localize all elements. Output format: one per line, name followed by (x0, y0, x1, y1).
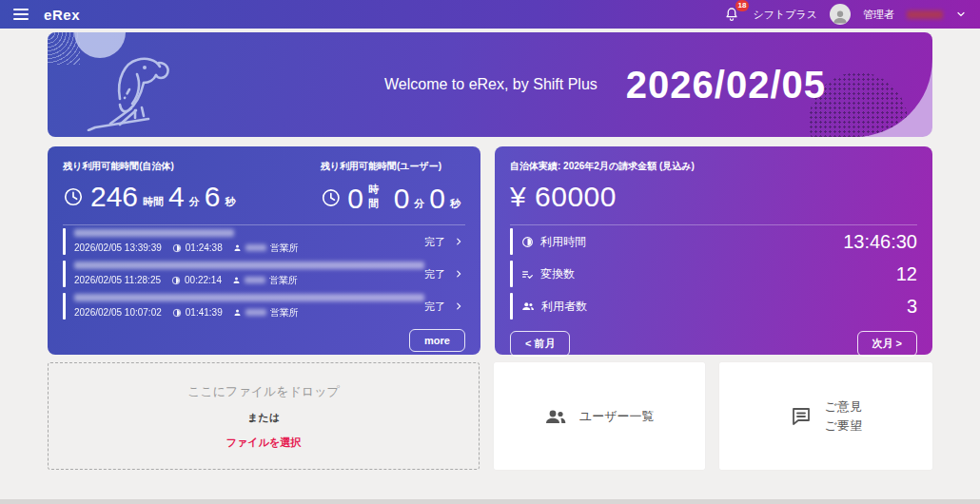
chevron-right-icon (454, 237, 463, 246)
person-icon (233, 243, 242, 252)
file-title-redacted (74, 262, 424, 269)
municipality-time-label: 残り利用可能時間(自治体) (63, 160, 321, 173)
user-role: 管理者 (863, 8, 894, 22)
row-accent-bar (510, 293, 513, 320)
item-timestamp: 2026/02/05 13:39:39 (74, 242, 162, 253)
row-value: 3 (907, 296, 917, 318)
user-name-redacted (907, 10, 943, 19)
user-time-label: 残り利用可能時間(ユーザー) (321, 160, 465, 173)
item-user-redacted (245, 244, 266, 251)
item-timestamp: 2026/02/05 10:07:02 (74, 307, 162, 318)
duration-icon (172, 243, 182, 253)
clock-icon (63, 186, 84, 207)
user-hours: 0 (347, 184, 363, 213)
more-button[interactable]: more (409, 329, 465, 352)
item-duration: 01:41:39 (186, 307, 223, 318)
feedback-icon (790, 405, 813, 428)
municipality-hours: 246 (90, 183, 138, 211)
minutes-unit: 分 (414, 197, 424, 211)
item-timestamp: 2026/02/05 11:28:25 (74, 275, 161, 285)
billing-row-usage-time: 利用時間 13:46:30 (510, 225, 917, 258)
item-user-redacted (245, 309, 266, 316)
item-duration: 00:22:14 (185, 275, 222, 285)
item-office: 営業所 (270, 242, 299, 255)
hours-unit: 時間 (368, 183, 389, 211)
status-label: 完了 (424, 300, 445, 314)
billing-row-users: 利用者数 3 (510, 290, 917, 322)
clock-icon (321, 187, 342, 208)
file-dropzone[interactable]: ここにファイルをドロップ または ファイルを選択 (48, 362, 480, 470)
user-seconds: 0 (429, 184, 445, 213)
remaining-time-card: 残り利用可能時間(自治体) 246 時間 4 分 6 秒 残り利用可能時間 (48, 146, 480, 355)
item-duration: 01:24:38 (186, 242, 223, 253)
seconds-unit: 秒 (450, 197, 461, 211)
item-accent-bar (63, 261, 66, 287)
row-label: 変換数 (540, 266, 575, 282)
item-status[interactable]: 完了 (424, 267, 463, 281)
item-user-redacted (245, 277, 265, 283)
clock-icon (521, 236, 534, 248)
item-status[interactable]: 完了 (424, 300, 463, 314)
item-office: 営業所 (270, 306, 299, 320)
chevron-down-icon[interactable] (955, 9, 967, 20)
dropzone-or-label: または (247, 411, 280, 425)
user-list-shortcut[interactable]: ユーザー一覧 (494, 362, 705, 470)
minutes-unit: 分 (189, 195, 200, 209)
select-file-link[interactable]: ファイルを選択 (226, 436, 301, 450)
prev-month-button[interactable]: < 前月 (510, 331, 570, 357)
user-list-label: ユーザー一覧 (579, 408, 655, 425)
rule-check-icon (521, 268, 534, 281)
row-accent-bar (510, 261, 513, 287)
row-value: 13:46:30 (843, 231, 917, 253)
item-status[interactable]: 完了 (424, 235, 463, 249)
billing-amount: ¥ 60000 (510, 181, 917, 213)
dropzone-title: ここにファイルをドロップ (187, 383, 340, 400)
current-date: 2026/02/05 (626, 64, 826, 107)
file-title-redacted (74, 229, 234, 237)
billing-title: 自治体実績: 2026年2月の請求金額 (見込み) (510, 160, 917, 173)
parrot-icon (82, 49, 181, 131)
welcome-banner: Welcome to eRex, by Shift Plus 2026/02/0… (48, 32, 932, 137)
hamburger-menu-icon[interactable] (13, 9, 29, 20)
status-label: 完了 (424, 235, 445, 249)
feedback-shortcut[interactable]: ご意見 ご要望 (719, 362, 933, 470)
status-label: 完了 (424, 267, 445, 281)
chevron-right-icon (454, 301, 463, 311)
row-label: 利用時間 (540, 234, 586, 250)
notifications-button[interactable]: 18 (723, 6, 740, 23)
person-icon (232, 276, 241, 284)
conversion-list-item[interactable]: 2026/02/05 13:39:39 01:24:38 営業所 完了 (63, 225, 465, 258)
welcome-message: Welcome to eRex, by Shift Plus (384, 76, 598, 93)
file-title-redacted (74, 294, 424, 301)
conversion-list-item[interactable]: 2026/02/05 10:07:02 01:41:39 営業所 完了 (63, 290, 465, 322)
duration-icon (171, 276, 181, 285)
app-logo: eRex (44, 7, 80, 23)
notification-count-badge: 18 (735, 0, 750, 11)
group-icon (544, 405, 567, 428)
municipality-seconds: 6 (205, 183, 221, 211)
company-name: シフトプラス (753, 8, 817, 22)
row-value: 12 (896, 263, 917, 285)
bottom-edge-strip (0, 499, 980, 504)
duration-icon (172, 308, 182, 318)
item-accent-bar (63, 228, 66, 255)
feedback-label-line1: ご意見 (825, 399, 862, 414)
user-avatar[interactable] (830, 4, 851, 25)
feedback-label-line2: ご要望 (825, 418, 862, 433)
conversion-list-item[interactable]: 2026/02/05 11:28:25 00:22:14 営業所 完了 (63, 258, 465, 290)
user-minutes: 0 (394, 184, 410, 213)
person-icon (832, 8, 849, 25)
hours-unit: 時間 (143, 195, 164, 209)
billing-row-conversions: 変換数 12 (510, 258, 917, 290)
seconds-unit: 秒 (225, 195, 235, 209)
row-label: 利用者数 (541, 299, 587, 315)
group-icon (521, 300, 535, 313)
row-accent-bar (510, 228, 513, 255)
municipality-minutes: 4 (168, 183, 185, 211)
billing-card: 自治体実績: 2026年2月の請求金額 (見込み) ¥ 60000 利用時間 1… (495, 146, 932, 355)
chevron-right-icon (454, 269, 463, 279)
item-accent-bar (63, 293, 66, 320)
item-office: 営業所 (269, 274, 298, 287)
next-month-button[interactable]: 次月 > (857, 331, 917, 357)
top-navbar: eRex 18 シフトプラス 管理者 (0, 0, 980, 29)
